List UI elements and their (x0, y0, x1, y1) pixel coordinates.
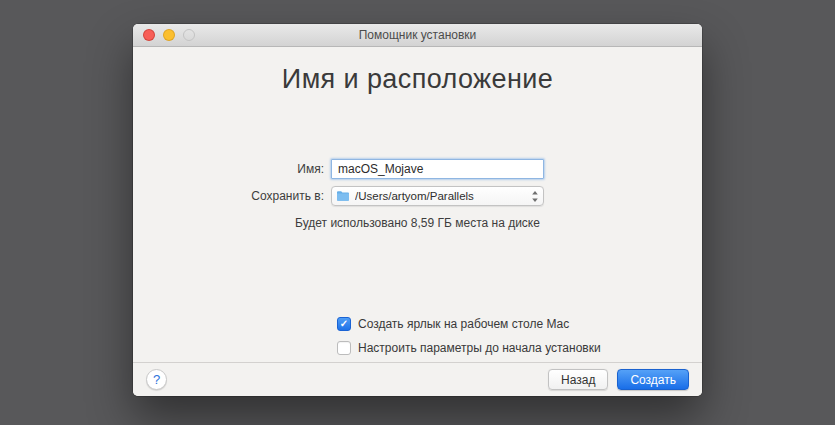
page-title: Имя и расположение (133, 64, 702, 95)
titlebar: Помощник установки (133, 24, 702, 47)
checkbox-unchecked-icon[interactable] (337, 341, 351, 355)
installer-window: Помощник установки Имя и расположение Им… (133, 24, 702, 396)
location-label: Сохранить в: (133, 189, 331, 203)
create-alias-label: Создать ярлык на рабочем столе Mac (358, 317, 569, 331)
location-row: Сохранить в: /Users/artyom/Parallels (133, 186, 702, 206)
location-value: /Users/artyom/Parallels (355, 190, 527, 202)
create-alias-option[interactable]: ✓ Создать ярлык на рабочем столе Mac (337, 317, 569, 331)
customize-settings-label: Настроить параметры до начала установки (358, 341, 601, 355)
footer-bar: ? Назад Создать (133, 362, 702, 396)
customize-settings-option[interactable]: Настроить параметры до начала установки (337, 341, 601, 355)
back-button[interactable]: Назад (548, 369, 608, 390)
location-dropdown[interactable]: /Users/artyom/Parallels (331, 186, 544, 206)
window-title: Помощник установки (359, 28, 477, 42)
minimize-button[interactable] (163, 29, 175, 41)
desktop-background: { "window": { "title": "Помощник установ… (0, 0, 835, 425)
folder-icon (336, 190, 350, 202)
traffic-lights (143, 29, 195, 41)
name-label: Имя: (133, 162, 331, 176)
checkbox-checked-icon[interactable]: ✓ (337, 317, 351, 331)
help-button[interactable]: ? (146, 369, 167, 390)
name-row: Имя: (133, 159, 702, 179)
disk-usage-note: Будет использовано 8,59 ГБ места на диск… (133, 216, 702, 230)
chevron-up-down-icon (531, 190, 539, 203)
create-button[interactable]: Создать (617, 369, 689, 390)
zoom-button-disabled (183, 29, 195, 41)
vm-name-input[interactable] (331, 159, 544, 179)
close-button[interactable] (143, 29, 155, 41)
